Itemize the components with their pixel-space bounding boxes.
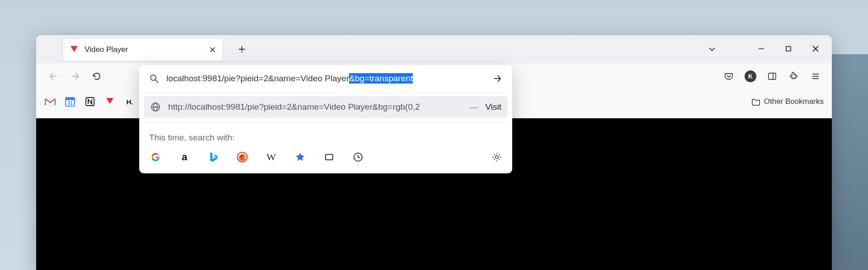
svg-point-20 <box>151 75 156 80</box>
go-button[interactable] <box>492 74 502 84</box>
reload-button[interactable] <box>88 67 106 85</box>
suggestion-action: Visit <box>485 102 501 112</box>
svg-line-21 <box>156 80 158 83</box>
bookmark-notion-icon[interactable] <box>84 96 96 107</box>
urlbar-typed: localhost:9981/pie?pieid=2&name=Video Pl… <box>166 74 349 83</box>
suggestion-text: http://localhost:9981/pie?pieid=2&name=V… <box>168 102 462 112</box>
tab-favicon-icon <box>69 45 79 55</box>
close-window-button[interactable] <box>802 39 829 59</box>
pocket-icon[interactable] <box>721 68 737 84</box>
bookmark-calendar-icon[interactable]: 31 <box>64 96 76 107</box>
svg-rect-5 <box>786 47 791 51</box>
new-tab-button[interactable] <box>235 42 249 56</box>
svg-rect-15 <box>45 98 55 105</box>
other-bookmarks-button[interactable]: Other Bookmarks <box>751 97 824 106</box>
engine-amazon-icon[interactable]: a <box>178 151 191 163</box>
minimize-button[interactable] <box>748 39 775 59</box>
engine-bookmarks-icon[interactable] <box>294 151 307 163</box>
urlbar[interactable]: localhost:9981/pie?pieid=2&name=Video Pl… <box>139 65 512 92</box>
bookmark-video-icon[interactable] <box>104 96 116 107</box>
url-suggestion[interactable]: http://localhost:9981/pie?pieid=2&name=V… <box>144 96 508 118</box>
app-menu-icon[interactable] <box>807 68 824 84</box>
bookmark-gmail-icon[interactable] <box>44 96 56 107</box>
urlbar-text: localhost:9981/pie?pieid=2&name=Video Pl… <box>166 74 413 84</box>
maximize-button[interactable] <box>775 39 802 59</box>
tab-active[interactable]: Video Player <box>62 38 223 61</box>
engine-tabs-icon[interactable] <box>323 151 335 163</box>
separator <box>145 92 507 93</box>
svg-point-29 <box>243 157 246 158</box>
tab-close-icon[interactable] <box>208 46 217 54</box>
folder-icon <box>751 97 760 106</box>
toolbar-right: K <box>721 68 824 84</box>
bookmark-h-icon[interactable]: H. <box>124 96 136 107</box>
desktop-background-edge <box>832 54 868 270</box>
suggestion-dash: — <box>469 102 478 112</box>
svg-point-33 <box>495 156 498 158</box>
window-controls <box>748 39 829 59</box>
globe-icon <box>150 102 161 112</box>
search-engine-row: a W <box>139 146 512 173</box>
engine-google-icon[interactable] <box>149 151 162 163</box>
urlbar-popup: localhost:9981/pie?pieid=2&name=Video Pl… <box>139 65 512 173</box>
browser-window: Video Player <box>36 35 832 270</box>
engine-bing-icon[interactable] <box>207 151 220 163</box>
svg-rect-10 <box>769 73 776 79</box>
svg-point-30 <box>241 156 242 157</box>
search-settings-icon[interactable] <box>491 152 502 163</box>
svg-text:31: 31 <box>67 100 73 106</box>
titlebar: Video Player <box>36 35 832 63</box>
search-with-label: This time, search with: <box>139 122 512 146</box>
other-bookmarks-label: Other Bookmarks <box>764 97 824 106</box>
engine-wikipedia-icon[interactable]: W <box>265 151 278 163</box>
engine-duckduckgo-icon[interactable] <box>236 151 249 163</box>
search-icon <box>149 74 159 84</box>
svg-rect-31 <box>326 154 333 160</box>
back-button[interactable] <box>44 67 62 85</box>
tab-title: Video Player <box>85 45 203 54</box>
forward-button[interactable] <box>66 67 84 85</box>
extensions-icon[interactable] <box>786 68 802 84</box>
engine-history-icon[interactable] <box>352 151 364 163</box>
urlbar-autocomplete-selection: &bg=transparent <box>349 73 413 84</box>
sidebar-icon[interactable] <box>764 68 780 84</box>
account-icon[interactable]: K <box>742 68 759 84</box>
tabs-list-button[interactable] <box>705 42 719 56</box>
